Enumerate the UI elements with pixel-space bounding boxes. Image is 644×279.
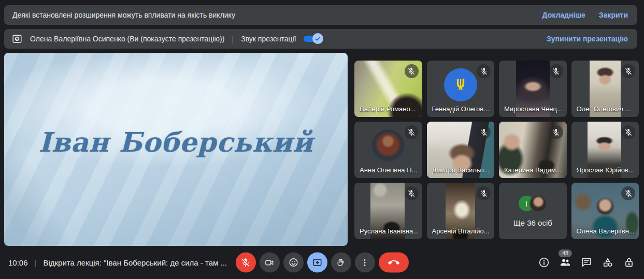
chat-icon[interactable] [580, 256, 593, 269]
more-participants-label: Ще 36 осіб [513, 218, 552, 227]
mic-off-icon [549, 64, 563, 78]
presentation-sound-toggle[interactable] [304, 35, 322, 42]
participant-tile[interactable]: Геннадій Олегов... [427, 61, 495, 117]
present-to-all-icon [11, 33, 23, 45]
mic-off-icon [477, 64, 491, 78]
warning-message: Деякі встановлені розширення можуть впли… [12, 11, 235, 19]
host-controls-icon[interactable] [623, 256, 635, 269]
participant-name: Мирослава Ченц... [504, 105, 564, 113]
meeting-title: Відкрита лекція: "Іван Боберський: де си… [43, 258, 227, 267]
photo-avatar [529, 195, 547, 212]
shared-screen-tile[interactable]: Іван Боберський [4, 53, 348, 246]
self-view-tile[interactable]: Олена Валеріївн... [571, 183, 639, 239]
slide-title: Іван Боберський [4, 126, 348, 157]
participant-name: Геннадій Олегов... [432, 105, 492, 113]
participant-name: Катерина Вадим... [504, 166, 564, 174]
info-icon[interactable] [538, 256, 550, 269]
toggle-check-icon [312, 33, 323, 44]
participant-tile[interactable]: Анна Олегівна П... [354, 122, 422, 178]
participant-tile[interactable]: Дмитро Васильо... [427, 122, 495, 178]
camera-button[interactable] [260, 253, 280, 273]
presenter-name: Олена Валеріївна Осипенко (Ви (показуєте… [30, 35, 224, 43]
mic-off-icon [549, 125, 563, 139]
trident-avatar [444, 68, 477, 101]
stacked-avatars: І [519, 195, 547, 212]
bottom-bar: 10:06 | Відкрита лекція: "Іван Боберськи… [0, 246, 644, 279]
mic-off-icon [405, 186, 419, 200]
raise-hand-button[interactable] [331, 253, 351, 273]
participant-tile[interactable]: Арсеній Віталійо... [427, 183, 495, 239]
call-controls [236, 253, 409, 273]
more-participants-tile[interactable]: І Ще 36 осіб [499, 183, 567, 239]
more-options-button[interactable] [355, 253, 375, 273]
participant-name: Руслана Іванівна... [360, 227, 419, 235]
mic-off-icon [477, 186, 491, 200]
avatar [371, 129, 405, 163]
participant-name: Олена Валеріївн... [577, 227, 636, 235]
mic-off-icon [621, 125, 635, 139]
mic-off-button[interactable] [236, 253, 256, 273]
mic-off-icon [405, 125, 419, 139]
mic-off-icon [621, 186, 635, 200]
presentation-banner: Олена Валеріївна Осипенко (Ви (показуєте… [4, 29, 637, 49]
mic-off-icon [477, 125, 491, 139]
participant-name: Анна Олегівна П... [360, 166, 419, 174]
participant-tile[interactable]: Мирослава Ченц... [499, 61, 567, 117]
presentation-sound-label: Звук презентації [241, 35, 296, 43]
participant-name: Дмитро Васильо... [432, 166, 492, 174]
extensions-warning-banner: Деякі встановлені розширення можуть впли… [4, 5, 637, 25]
divider: | [232, 35, 234, 43]
stop-presenting-button[interactable]: Зупинити презентацію [547, 35, 628, 43]
meeting-panels: 48 [538, 246, 635, 279]
mic-off-icon [405, 64, 419, 78]
clock: 10:06 [8, 258, 28, 267]
participant-name: Валерій Романо... [360, 105, 419, 113]
details-link[interactable]: Докладніше [542, 11, 585, 19]
participant-tile[interactable]: Ярослав Юрійов... [571, 122, 639, 178]
participant-tile[interactable]: Олег Олегович ... [571, 61, 639, 117]
people-icon[interactable]: 48 [559, 256, 571, 269]
present-screen-button[interactable] [307, 253, 327, 273]
participant-name: Олег Олегович ... [577, 105, 636, 113]
reactions-button[interactable] [283, 253, 304, 273]
close-banner-link[interactable]: Закрити [599, 11, 628, 19]
participant-tile[interactable]: Руслана Іванівна... [354, 183, 422, 239]
end-call-button[interactable] [379, 253, 409, 273]
participant-tile[interactable]: Катерина Вадим... [499, 122, 567, 178]
meet-window: Деякі встановлені розширення можуть впли… [0, 0, 644, 279]
mic-off-icon [621, 64, 635, 78]
participants-count-badge: 48 [559, 249, 572, 257]
divider: | [35, 258, 37, 267]
participant-tile[interactable]: Валерій Романо... [354, 61, 422, 117]
participant-name: Ярослав Юрійов... [577, 166, 636, 174]
participant-name: Арсеній Віталійо... [432, 227, 492, 235]
participant-grid: Валерій Романо... Геннадій Олегов... Мир… [354, 61, 639, 239]
activities-icon[interactable] [602, 256, 614, 269]
